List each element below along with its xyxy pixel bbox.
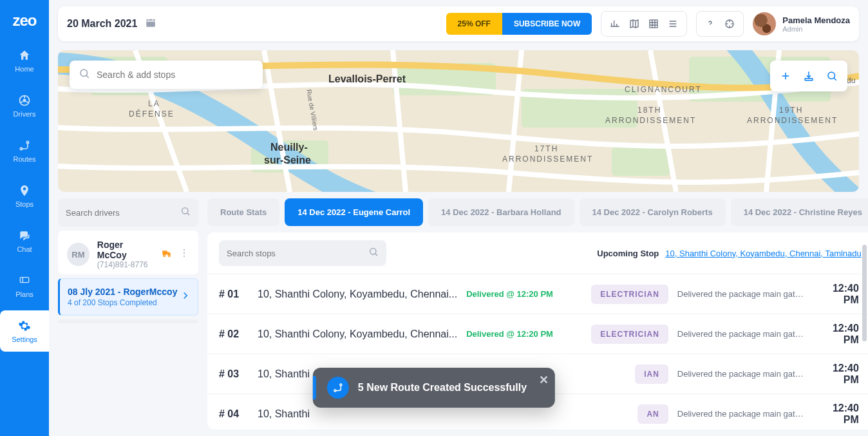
route-title: 08 Jly 2021 - RogerMccoy	[68, 287, 190, 297]
stop-note: Delivered the package main gate...	[677, 409, 806, 419]
sidebar-item-label: Drivers	[14, 110, 36, 118]
driver-card[interactable]: RM Roger McCoy (714)891-8776	[58, 231, 198, 274]
map-search-input[interactable]	[97, 70, 254, 80]
svg-point-2	[20, 147, 22, 149]
sidebar-item-drivers[interactable]: Drivers	[0, 85, 49, 126]
driver-search-input[interactable]	[66, 208, 174, 218]
calendar-icon	[145, 17, 156, 31]
sidebar-item-label: Stops	[15, 200, 33, 208]
stop-status: Delivered @ 12:20 PM	[466, 289, 576, 299]
route-icon	[17, 138, 32, 153]
scrollbar[interactable]	[862, 245, 867, 341]
ticket-icon	[17, 274, 32, 288]
add-stop-button[interactable]	[774, 64, 797, 88]
gear-icon	[17, 319, 32, 333]
pin-icon	[17, 184, 32, 198]
grid-icon[interactable]	[644, 14, 663, 33]
stop-row[interactable]: # 01 10, Shanthi Colony, Koyambedu, Chen…	[207, 274, 868, 314]
help-icon[interactable]	[701, 14, 720, 33]
svg-point-15	[80, 70, 88, 77]
svg-point-40	[334, 390, 336, 392]
more-icon[interactable]	[179, 248, 189, 261]
tab-route-stats[interactable]: Route Stats	[207, 198, 279, 226]
stop-time: 12:40 PM	[815, 363, 859, 386]
stop-time: 12:40 PM	[815, 403, 859, 426]
sidebar-item-stops[interactable]: Stops	[0, 175, 49, 216]
stop-note: Delivered the package main gate...	[677, 289, 806, 299]
user-role: Admin	[782, 25, 850, 33]
stop-search-input[interactable]	[227, 249, 362, 258]
stop-tag: AN	[637, 404, 668, 424]
svg-point-3	[26, 141, 28, 143]
tab-route-eugene[interactable]: 14 Dec 2022 - Eugene Carrol	[285, 198, 423, 226]
svg-point-22	[184, 252, 185, 254]
import-button[interactable]	[797, 64, 820, 88]
svg-rect-5	[147, 19, 156, 27]
stop-address: 10, Shanthi Colony, Koyambedu, Chennai..…	[258, 328, 457, 340]
driver-name: Roger McCoy	[97, 240, 153, 260]
sidebar-item-home[interactable]: Home	[0, 40, 49, 81]
stop-tag: ELECTRICIAN	[591, 325, 668, 344]
user-menu[interactable]: Pamela Mendoza Admin	[753, 12, 850, 35]
chat-icon	[17, 229, 32, 243]
promo-off-label: 25% OFF	[446, 13, 502, 35]
stop-address: 10, Shanthi	[258, 408, 504, 420]
chart-icon[interactable]	[605, 14, 625, 33]
upcoming-link[interactable]: 10, Shanthi Colony, Koyambedu, Chennai, …	[665, 249, 862, 258]
chevron-right-icon	[180, 290, 191, 304]
stop-search[interactable]	[219, 240, 386, 266]
map-search-button[interactable]	[820, 64, 844, 88]
list-icon[interactable]	[663, 14, 683, 33]
subscribe-button[interactable]: SUBSCRIBE NOW	[502, 13, 592, 35]
support-icon[interactable]	[720, 14, 739, 33]
search-icon	[368, 247, 379, 260]
stop-id: # 04	[219, 408, 249, 420]
stop-row[interactable]: # 02 10, Shanthi Colony, Koyambedu, Chen…	[207, 314, 868, 354]
tab-route-barbara[interactable]: 14 Dec 2022 - Barbara Holland	[428, 198, 574, 226]
sidebar-item-routes[interactable]: Routes	[0, 130, 49, 171]
tab-route-carolyn[interactable]: 14 Dec 2022 - Carolyn Roberts	[580, 198, 726, 226]
map-actions	[770, 61, 847, 91]
driver-initials: RM	[67, 243, 90, 266]
toast: 5 New Route Created Successfully ✕	[313, 368, 555, 408]
upcoming-label: Upcoming Stop	[597, 249, 659, 258]
close-icon[interactable]: ✕	[539, 373, 549, 387]
stop-status: Delivered @ 12:20 PM	[466, 329, 576, 339]
sidebar: zeo Home Drivers Routes Stops Chat Pl	[0, 0, 49, 436]
stop-time: 12:40 PM	[815, 323, 859, 346]
help-tools	[696, 11, 744, 37]
map-search[interactable]	[70, 61, 263, 89]
home-icon	[17, 48, 32, 62]
stop-time: 12:40 PM	[815, 283, 859, 306]
stop-tag: ELECTRICIAN	[591, 285, 668, 304]
selected-date: 20 March 2021	[67, 18, 137, 30]
svg-point-41	[340, 384, 342, 386]
sidebar-item-label: Home	[15, 65, 33, 73]
logo: zeo	[0, 5, 49, 36]
sidebar-item-settings[interactable]: Settings	[0, 310, 49, 352]
route-tabs: Route Stats 14 Dec 2022 - Eugene Carrol …	[207, 198, 868, 232]
driver-search[interactable]	[58, 198, 198, 227]
map-icon[interactable]	[625, 14, 644, 33]
route-icon	[327, 377, 349, 399]
search-icon	[180, 206, 191, 219]
truck-icon	[161, 247, 173, 261]
driver-phone: (714)891-8776	[97, 260, 153, 269]
sidebar-item-label: Plans	[15, 290, 33, 298]
topbar: 20 March 2021 25% OFF SUBSCRIBE NOW Pame…	[58, 6, 859, 41]
svg-rect-14	[612, 147, 670, 176]
sidebar-item-plans[interactable]: Plans	[0, 265, 49, 307]
sidebar-item-label: Chat	[17, 245, 32, 253]
search-icon	[79, 68, 90, 82]
svg-point-21	[184, 249, 185, 251]
avatar-icon	[753, 12, 776, 35]
tab-route-christine[interactable]: 14 Dec 2022 - Christine Reyes	[731, 198, 868, 226]
svg-rect-4	[20, 278, 28, 283]
promo-group: 25% OFF SUBSCRIBE NOW	[446, 13, 592, 35]
sidebar-item-chat[interactable]: Chat	[0, 220, 49, 261]
driver-route-card[interactable]: 08 Jly 2021 - RogerMccoy 4 of 200 Stops …	[58, 278, 198, 316]
date-picker[interactable]: 20 March 2021	[67, 17, 156, 31]
map[interactable]: Levallois-Perret LA DÉFENSE Neuilly- sur…	[58, 50, 859, 192]
stop-id: # 02	[219, 328, 249, 340]
stop-address: 10, Shanthi Colony, Koyambedu, Chennai..…	[258, 289, 457, 300]
